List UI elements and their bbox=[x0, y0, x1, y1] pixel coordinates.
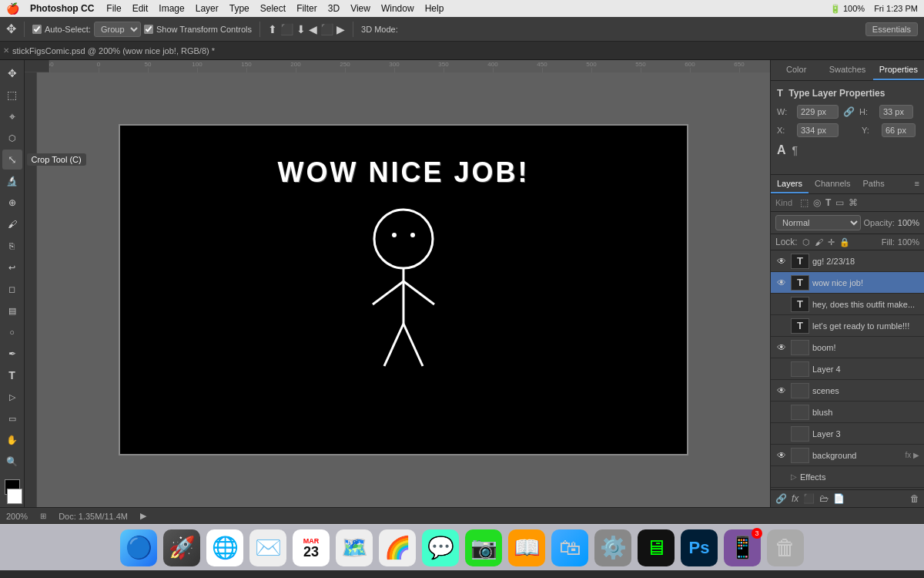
eyedropper-tool-btn[interactable]: 🔬 bbox=[2, 171, 22, 191]
show-transform-checkbox[interactable] bbox=[144, 25, 153, 34]
dock-maps[interactable]: 🗺️ bbox=[336, 529, 373, 566]
layer-visibility-background-layer[interactable]: 👁 bbox=[775, 449, 788, 462]
layer-visibility-blush-layer[interactable] bbox=[775, 406, 788, 418]
type-filter-icon[interactable]: T bbox=[825, 197, 831, 208]
layer-item-background-layer[interactable]: 👁backgroundfx ▶ bbox=[771, 445, 924, 466]
marquee-tool-btn[interactable]: ⬚ bbox=[2, 85, 22, 105]
move-tool-btn[interactable]: ✥ bbox=[2, 63, 22, 83]
dodge-tool-btn[interactable]: ○ bbox=[2, 322, 22, 342]
shape-filter-icon[interactable]: ▭ bbox=[835, 197, 844, 208]
w-input[interactable] bbox=[797, 105, 839, 119]
add-mask-icon[interactable]: ⬛ bbox=[803, 493, 815, 504]
apple-menu[interactable]: 🍎 bbox=[6, 2, 19, 15]
more-icon[interactable]: ▶ bbox=[140, 511, 146, 521]
align-bottom-icon[interactable]: ⬇ bbox=[296, 23, 306, 35]
panel-menu-icon[interactable]: ≡ bbox=[910, 175, 924, 193]
hand-tool-btn[interactable]: ✋ bbox=[2, 430, 22, 450]
dock-facetime[interactable]: 📷 bbox=[465, 529, 502, 566]
dock-calendar[interactable]: MAR 23 bbox=[293, 529, 330, 566]
layer-item-scenes-layer[interactable]: 👁scenes bbox=[771, 380, 924, 402]
clone-tool-btn[interactable]: ⎘ bbox=[2, 236, 22, 256]
adjust-filter-icon[interactable]: ◎ bbox=[813, 197, 821, 208]
dock-airmail[interactable]: ✉️ bbox=[249, 529, 286, 566]
layer-visibility-gg-layer[interactable]: 👁 bbox=[775, 255, 788, 267]
dock-trash[interactable]: 🗑 bbox=[767, 529, 804, 566]
lock-position-icon[interactable]: ✛ bbox=[828, 237, 835, 247]
align-left-icon[interactable]: ◀ bbox=[309, 23, 317, 35]
align-vcenter-icon[interactable]: ⬛ bbox=[280, 23, 293, 35]
new-group-icon[interactable]: 🗁 bbox=[819, 493, 829, 504]
menu-view[interactable]: View bbox=[350, 3, 370, 14]
layer-visibility-hey-layer[interactable] bbox=[775, 298, 788, 311]
dock-photos[interactable]: 🌈 bbox=[379, 529, 416, 566]
h-input[interactable] bbox=[879, 105, 913, 119]
auto-select-checkbox[interactable] bbox=[32, 25, 42, 34]
type-icon-A[interactable]: A bbox=[777, 143, 786, 157]
auto-select-dropdown[interactable]: GroupLayer bbox=[94, 22, 141, 37]
layer-item-boom-layer[interactable]: 👁boom! bbox=[771, 337, 924, 358]
tab-layers[interactable]: Layers bbox=[771, 175, 808, 193]
layer-item-lets-layer[interactable]: Tlet's get ready to rumble!!! bbox=[771, 315, 924, 337]
gradient-tool-btn[interactable]: ▤ bbox=[2, 301, 22, 321]
smart-filter-icon[interactable]: ⌘ bbox=[849, 197, 858, 208]
align-top-icon[interactable]: ⬆ bbox=[268, 23, 277, 35]
lock-transparent-icon[interactable]: ⬡ bbox=[802, 237, 810, 247]
crop-tool-btn[interactable]: ⤡ Crop Tool (C) bbox=[2, 150, 22, 170]
brush-tool-btn[interactable]: 🖌 bbox=[2, 214, 22, 234]
menu-select[interactable]: Select bbox=[260, 3, 286, 14]
layer-item-layer4[interactable]: Layer 4 bbox=[771, 358, 924, 380]
type-icon-para[interactable]: ¶ bbox=[792, 144, 798, 156]
link-layers-icon[interactable]: 🔗 bbox=[775, 493, 787, 504]
delete-layer-icon[interactable]: 🗑 bbox=[910, 493, 919, 504]
tab-paths[interactable]: Paths bbox=[857, 175, 891, 193]
layer-visibility-boom-layer[interactable]: 👁 bbox=[775, 341, 788, 354]
pixel-filter-icon[interactable]: ⬚ bbox=[800, 197, 808, 208]
layer-item-blush-layer[interactable]: blush bbox=[771, 402, 924, 423]
dock-messages[interactable]: 💬 bbox=[422, 529, 459, 566]
background-color-swatch[interactable] bbox=[7, 489, 22, 504]
eraser-tool-btn[interactable]: ◻ bbox=[2, 279, 22, 299]
tab-swatches[interactable]: Swatches bbox=[822, 60, 872, 80]
menu-edit[interactable]: Edit bbox=[132, 3, 149, 14]
align-right-icon[interactable]: ▶ bbox=[336, 23, 345, 35]
layer-visibility-wow-layer[interactable]: 👁 bbox=[775, 277, 788, 289]
menu-filter[interactable]: Filter bbox=[296, 3, 317, 14]
dock-photoshop[interactable]: Ps bbox=[681, 529, 718, 566]
menu-file[interactable]: File bbox=[106, 3, 121, 14]
lasso-tool-btn[interactable]: ⌖ bbox=[2, 106, 22, 126]
tab-properties[interactable]: Properties bbox=[873, 60, 924, 80]
app-name[interactable]: Photoshop CC bbox=[30, 3, 94, 14]
layer-visibility-effects-sub[interactable] bbox=[775, 471, 788, 483]
link-icon[interactable]: 🔗 bbox=[843, 106, 855, 117]
layer-item-effects-sub[interactable]: ▷Effects bbox=[771, 466, 924, 488]
new-layer-icon[interactable]: 📄 bbox=[833, 493, 845, 504]
dock-launchpad[interactable]: 🚀 bbox=[163, 529, 200, 566]
layer-visibility-lets-layer[interactable] bbox=[775, 320, 788, 332]
essentials-button[interactable]: Essentials bbox=[865, 22, 918, 36]
path-select-tool-btn[interactable]: ▷ bbox=[2, 387, 22, 407]
dock-books[interactable]: 📖 bbox=[508, 529, 545, 566]
zoom-tool-btn[interactable]: 🔍 bbox=[2, 452, 22, 472]
y-input[interactable] bbox=[882, 123, 916, 137]
effects-arrow[interactable]: ▷ bbox=[791, 472, 797, 481]
tab-filename[interactable]: stickFigsComic.psd @ 200% (wow nice job!… bbox=[12, 46, 215, 55]
shape-tool-btn[interactable]: ▭ bbox=[2, 408, 22, 428]
dock-viber[interactable]: 📱 3 bbox=[724, 529, 761, 566]
layer-item-hey-layer[interactable]: They, does this outfit make... bbox=[771, 294, 924, 315]
layer-item-wow-layer[interactable]: 👁Twow nice job! bbox=[771, 272, 924, 294]
layer-visibility-layer3[interactable] bbox=[775, 428, 788, 440]
healing-tool-btn[interactable]: ⊕ bbox=[2, 193, 22, 213]
layer-visibility-scenes-layer[interactable]: 👁 bbox=[775, 385, 788, 397]
blend-mode-select[interactable]: NormalMultiplyScreen bbox=[775, 215, 861, 230]
layer-fx-icon-background-layer[interactable]: fx ▶ bbox=[905, 451, 919, 459]
tab-channels[interactable]: Channels bbox=[808, 175, 856, 193]
quick-select-tool-btn[interactable]: ⬡ bbox=[2, 128, 22, 148]
tab-color[interactable]: Color bbox=[771, 60, 822, 80]
type-tool-btn[interactable]: T bbox=[2, 365, 22, 385]
tab-close-button[interactable]: ✕ bbox=[3, 46, 9, 55]
x-input[interactable] bbox=[797, 123, 839, 137]
align-hcenter-icon[interactable]: ⬛ bbox=[320, 23, 333, 35]
pen-tool-btn[interactable]: ✒ bbox=[2, 344, 22, 364]
dock-terminal[interactable]: 🖥 bbox=[638, 529, 675, 566]
layer-item-layer3[interactable]: Layer 3 bbox=[771, 423, 924, 445]
